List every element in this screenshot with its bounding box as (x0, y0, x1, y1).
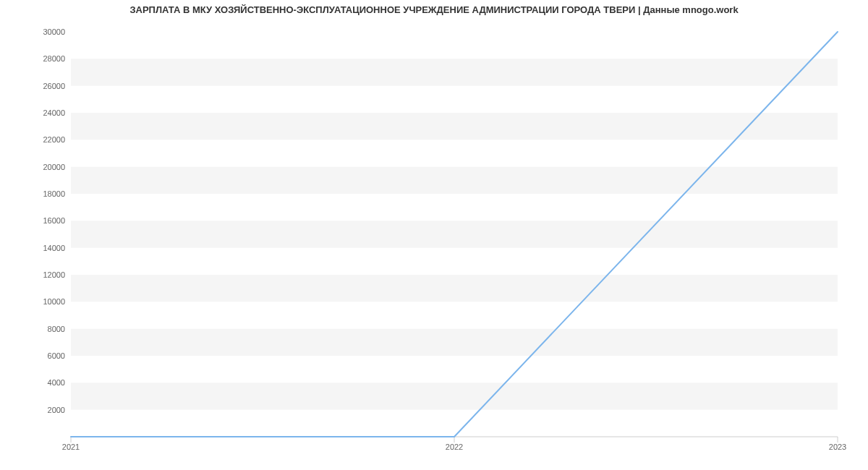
svg-rect-6 (71, 59, 838, 85)
y-tick-label: 4000 (7, 378, 65, 387)
y-tick-label: 28000 (7, 54, 65, 63)
y-tick-label: 2000 (7, 406, 65, 414)
x-tick-label: 2023 (829, 443, 846, 451)
svg-rect-4 (71, 167, 838, 194)
y-tick-label: 24000 (7, 108, 65, 117)
y-tick-label: 16000 (7, 216, 65, 225)
y-tick-label: 20000 (7, 163, 65, 171)
chart-title: ЗАРПЛАТА В МКУ ХОЗЯЙСТВЕННО-ЭКСПЛУАТАЦИО… (0, 4, 868, 15)
x-tick-label: 2021 (62, 443, 80, 451)
svg-rect-3 (71, 221, 838, 247)
svg-rect-1 (71, 329, 838, 356)
svg-rect-5 (71, 113, 838, 140)
y-tick-label: 12000 (7, 270, 65, 279)
y-tick-label: 30000 (7, 27, 65, 36)
y-tick-label: 14000 (7, 244, 65, 252)
svg-rect-0 (71, 383, 838, 409)
y-tick-label: 6000 (7, 351, 65, 360)
y-tick-label: 22000 (7, 135, 65, 144)
salary-chart: ЗАРПЛАТА В МКУ ХОЗЯЙСТВЕННО-ЭКСПЛУАТАЦИО… (0, 0, 868, 470)
y-tick-label: 18000 (7, 189, 65, 198)
y-tick-label: 8000 (7, 325, 65, 333)
svg-rect-2 (71, 275, 838, 302)
x-tick-label: 2022 (446, 443, 463, 451)
y-tick-label: 26000 (7, 82, 65, 90)
chart-svg (71, 32, 838, 437)
plot-area (71, 32, 838, 437)
y-tick-label: 10000 (7, 297, 65, 306)
